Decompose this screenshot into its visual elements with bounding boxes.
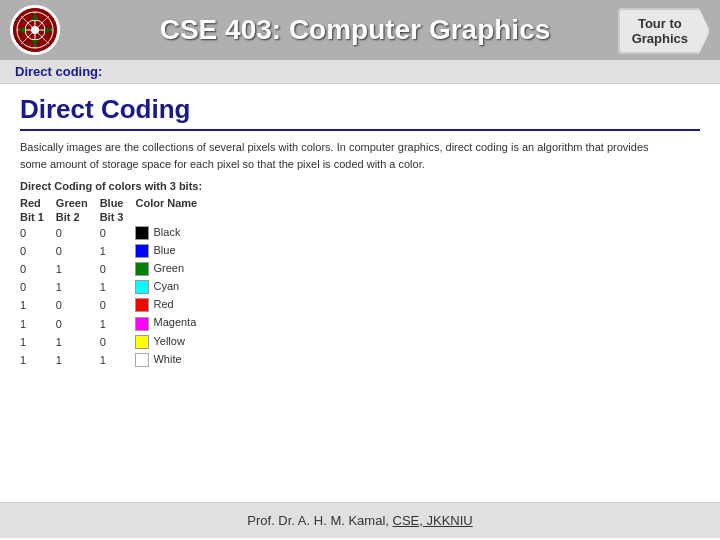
bit1-value: 1 xyxy=(20,296,56,314)
color-name: Magenta xyxy=(135,314,209,332)
table-row: 111White xyxy=(20,351,209,369)
footer-text-underline: CSE, JKKNIU xyxy=(393,513,473,528)
table-header-row: Red Green Blue Color Name xyxy=(20,196,209,210)
bit3-label: Bit 3 xyxy=(100,210,136,224)
bit2-value: 1 xyxy=(56,333,100,351)
subheader-label: Direct coding: xyxy=(15,64,102,79)
table-row: 101Magenta xyxy=(20,314,209,332)
section-title: Direct Coding xyxy=(20,94,700,131)
color-swatch xyxy=(135,335,149,349)
col-header-red: Red xyxy=(20,196,56,210)
col-header-colorname: Color Name xyxy=(135,196,209,210)
bit1-value: 0 xyxy=(20,278,56,296)
footer: Prof. Dr. A. H. M. Kamal, CSE, JKKNIU xyxy=(0,502,720,538)
header: CSE 403: Computer Graphics Tour toGraphi… xyxy=(0,0,720,60)
color-name: Green xyxy=(135,260,209,278)
table-row: 100Red xyxy=(20,296,209,314)
bit2-value: 1 xyxy=(56,351,100,369)
bit3-value: 0 xyxy=(100,296,136,314)
bit3-value: 1 xyxy=(100,278,136,296)
color-name: Black xyxy=(135,224,209,242)
table-row: 000Black xyxy=(20,224,209,242)
table-row: 110Yellow xyxy=(20,333,209,351)
color-name: Cyan xyxy=(135,278,209,296)
color-swatch xyxy=(135,226,149,240)
bit1-label: Bit 1 xyxy=(20,210,56,224)
empty-label xyxy=(135,210,209,224)
bit3-value: 1 xyxy=(100,242,136,260)
description: Basically images are the collections of … xyxy=(20,139,700,172)
tour-button[interactable]: Tour toGraphics xyxy=(618,8,710,54)
bit1-value: 0 xyxy=(20,260,56,278)
bit1-value: 0 xyxy=(20,242,56,260)
color-name: Yellow xyxy=(135,333,209,351)
bit3-value: 1 xyxy=(100,314,136,332)
table-section: Direct Coding of colors with 3 bits: Red… xyxy=(20,180,700,369)
col-header-blue: Blue xyxy=(100,196,136,210)
bit1-value: 1 xyxy=(20,314,56,332)
page-title: CSE 403: Computer Graphics xyxy=(0,14,710,46)
bit2-value: 0 xyxy=(56,242,100,260)
bit2-value: 0 xyxy=(56,224,100,242)
bit3-value: 0 xyxy=(100,260,136,278)
bit2-label: Bit 2 xyxy=(56,210,100,224)
footer-text-normal: Prof. Dr. A. H. M. Kamal, xyxy=(247,513,389,528)
table-row: 010Green xyxy=(20,260,209,278)
color-swatch xyxy=(135,244,149,258)
color-name: Blue xyxy=(135,242,209,260)
subheader: Direct coding: xyxy=(0,60,720,84)
color-swatch xyxy=(135,317,149,331)
color-name: White xyxy=(135,351,209,369)
bit-label-row: Bit 1 Bit 2 Bit 3 xyxy=(20,210,209,224)
table-row: 011Cyan xyxy=(20,278,209,296)
bit3-value: 0 xyxy=(100,333,136,351)
table-label: Direct Coding of colors with 3 bits: xyxy=(20,180,700,192)
bit2-value: 0 xyxy=(56,296,100,314)
description-line2: some amount of storage space for each pi… xyxy=(20,156,700,173)
bit1-value: 1 xyxy=(20,333,56,351)
description-line1: Basically images are the collections of … xyxy=(20,139,700,156)
color-swatch xyxy=(135,298,149,312)
table-row: 001Blue xyxy=(20,242,209,260)
bit1-value: 1 xyxy=(20,351,56,369)
color-swatch xyxy=(135,353,149,367)
bit3-value: 0 xyxy=(100,224,136,242)
bit1-value: 0 xyxy=(20,224,56,242)
table-body: 000Black001Blue010Green011Cyan100Red101M… xyxy=(20,224,209,369)
bit2-value: 0 xyxy=(56,314,100,332)
bit2-value: 1 xyxy=(56,260,100,278)
col-header-green: Green xyxy=(56,196,100,210)
color-name: Red xyxy=(135,296,209,314)
color-swatch xyxy=(135,262,149,276)
color-swatch xyxy=(135,280,149,294)
bit2-value: 1 xyxy=(56,278,100,296)
color-table: Red Green Blue Color Name Bit 1 Bit 2 Bi… xyxy=(20,196,209,369)
main-content: Direct Coding Basically images are the c… xyxy=(0,84,720,502)
bit3-value: 1 xyxy=(100,351,136,369)
